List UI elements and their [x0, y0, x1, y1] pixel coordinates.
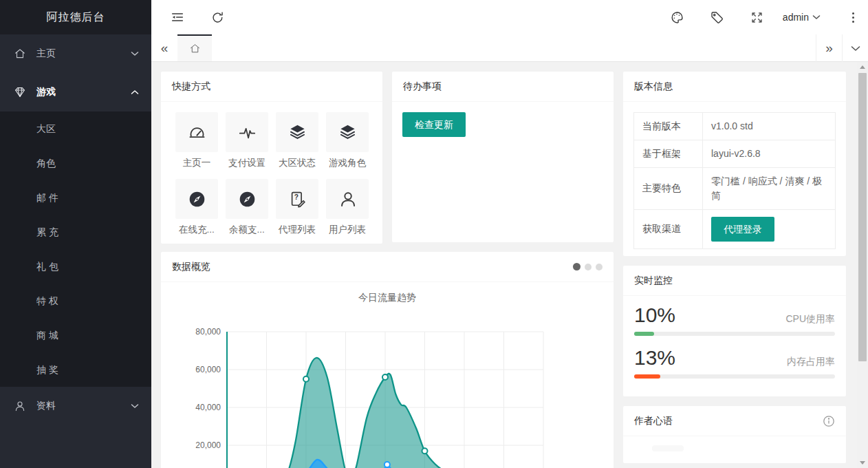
memory-usage-value: 13% [634, 346, 675, 370]
home-icon [189, 43, 201, 54]
cpu-progress-track [634, 332, 835, 336]
compass-icon [175, 179, 218, 219]
panel-title: 待办事项 [392, 72, 614, 102]
memory-progress-track [634, 374, 835, 379]
panel-title: 快捷方式 [161, 72, 382, 102]
scrollbar-thumb[interactable] [858, 73, 867, 361]
carousel-dot-2[interactable] [585, 264, 592, 270]
vertical-scrollbar[interactable] [857, 62, 868, 468]
tab-bar: « » [151, 34, 868, 62]
quote-placeholder [652, 445, 684, 451]
svg-text:20,000: 20,000 [195, 440, 221, 450]
table-row: 基于框架 layui-v2.6.8 [634, 140, 836, 168]
shortcut-home[interactable]: 主页一 [175, 112, 218, 169]
traffic-trend-chart: 80,00060,00040,00020,000 [161, 284, 614, 468]
shortcut-agent-list[interactable]: ? 代理列表 [276, 179, 318, 236]
svg-text:80,000: 80,000 [195, 327, 221, 337]
page-content: 快捷方式 主页一 支付设置 [151, 62, 868, 468]
panel-author: 作者心语 [623, 406, 846, 463]
sidebar-subitem-lottery[interactable]: 抽 奖 [0, 352, 151, 387]
panel-version: 版本信息 当前版本 v1.0.0 std 基于框架 layui-v2.6.8 主… [623, 72, 846, 256]
memory-progress-fill [634, 374, 660, 379]
refresh-icon[interactable] [210, 10, 225, 25]
top-header: admin [151, 0, 868, 34]
memory-usage-label: 内存占用率 [787, 356, 835, 368]
panel-title: 实时监控 [623, 266, 846, 296]
svg-text:60,000: 60,000 [195, 365, 221, 374]
pulse-icon [226, 112, 268, 152]
check-update-button[interactable]: 检查更新 [402, 112, 466, 137]
panel-overview: 数据概览 今日流量趋势 80,00060,00040,00020,000 [161, 252, 614, 468]
shortcut-payment[interactable]: 支付设置 [226, 112, 268, 169]
tab-menu-icon[interactable] [842, 34, 868, 62]
sidebar-item-home[interactable]: 主页 [0, 34, 151, 73]
compass-icon [226, 179, 268, 219]
sidebar-subitem-role[interactable]: 角色 [0, 146, 151, 180]
info-icon[interactable] [823, 415, 835, 427]
sidebar-item-profile[interactable]: 资料 [0, 387, 151, 425]
form-edit-icon: ? [276, 179, 318, 219]
sidebar-subitem-recharge[interactable]: 累 充 [0, 215, 151, 249]
app-title: 阿拉德后台 [0, 0, 151, 34]
tab-scroll-left-icon[interactable]: « [151, 34, 177, 61]
cpu-progress-fill [634, 332, 654, 336]
person-icon [326, 179, 369, 219]
user-dropdown[interactable]: admin [783, 12, 821, 23]
more-vertical-icon[interactable] [849, 10, 857, 25]
panel-title: 版本信息 [623, 72, 846, 102]
layers-icon [326, 112, 369, 152]
tag-icon[interactable] [710, 10, 725, 25]
gem-icon [14, 85, 28, 99]
shortcut-region-status[interactable]: 大区状态 [276, 112, 318, 169]
sidebar-subitem-mail[interactable]: 邮 件 [0, 180, 151, 215]
carousel-dots [573, 263, 603, 270]
fullscreen-icon[interactable] [750, 10, 765, 25]
svg-text:?: ? [294, 193, 298, 201]
chevron-up-icon [131, 89, 139, 95]
menu-fold-icon[interactable] [170, 10, 185, 25]
sidebar: 阿拉德后台 主页 游戏 大区 角色 邮 件 累 充 礼 包 特 权 商 城 抽 … [0, 0, 151, 468]
sidebar-subitem-region[interactable]: 大区 [0, 111, 151, 146]
sidebar-item-label: 游戏 [36, 86, 56, 98]
chevron-down-icon [812, 14, 821, 20]
svg-text:40,000: 40,000 [195, 403, 221, 412]
cpu-usage-label: CPU使用率 [785, 313, 835, 326]
chevron-down-icon [131, 51, 139, 56]
sidebar-subitem-privilege[interactable]: 特 权 [0, 284, 151, 318]
sidebar-subitem-mall[interactable]: 商 城 [0, 318, 151, 352]
scroll-up-arrow-icon[interactable] [860, 65, 865, 69]
tab-scroll-right-icon[interactable]: » [816, 34, 842, 62]
sidebar-item-label: 资料 [36, 400, 56, 412]
layers-icon [276, 112, 318, 152]
carousel-dot-3[interactable] [596, 264, 603, 270]
palette-icon[interactable] [670, 10, 685, 25]
panel-todo: 待办事项 检查更新 [392, 72, 614, 242]
shortcut-online-recharge[interactable]: 在线充... [175, 179, 218, 236]
sidebar-subitem-giftpack[interactable]: 礼 包 [0, 249, 151, 284]
sidebar-item-game[interactable]: 游戏 [0, 73, 151, 111]
table-row: 获取渠道 代理登录 [634, 210, 836, 249]
version-table: 当前版本 v1.0.0 std 基于框架 layui-v2.6.8 主要特色 零… [633, 112, 836, 249]
sidebar-item-label: 主页 [36, 47, 56, 60]
shortcut-game-role[interactable]: 游戏角色 [326, 112, 369, 169]
table-row: 当前版本 v1.0.0 std [634, 113, 836, 140]
shortcut-balance-pay[interactable]: 余额支... [226, 179, 268, 236]
shortcut-user-list[interactable]: 用户列表 [326, 179, 369, 236]
user-icon [14, 399, 28, 413]
tab-home[interactable] [177, 34, 212, 61]
agent-login-button[interactable]: 代理登录 [711, 217, 774, 242]
panel-title: 数据概览 [172, 261, 210, 273]
home-icon [14, 47, 28, 61]
table-row: 主要特色 零门槛 / 响应式 / 清爽 / 极简 [634, 168, 836, 210]
panel-title: 作者心语 [634, 415, 673, 427]
chevron-down-icon [131, 403, 139, 409]
carousel-dot-1[interactable] [573, 263, 581, 270]
panel-shortcuts: 快捷方式 主页一 支付设置 [161, 72, 382, 244]
gauge-icon [175, 112, 218, 152]
username: admin [783, 12, 809, 23]
panel-monitor: 实时监控 10% CPU使用率 13% 内存占用率 [623, 266, 846, 396]
scroll-down-arrow-icon[interactable] [860, 461, 865, 465]
sidebar-submenu-game: 大区 角色 邮 件 累 充 礼 包 特 权 商 城 抽 奖 [0, 111, 151, 387]
cpu-usage-value: 10% [634, 304, 675, 327]
